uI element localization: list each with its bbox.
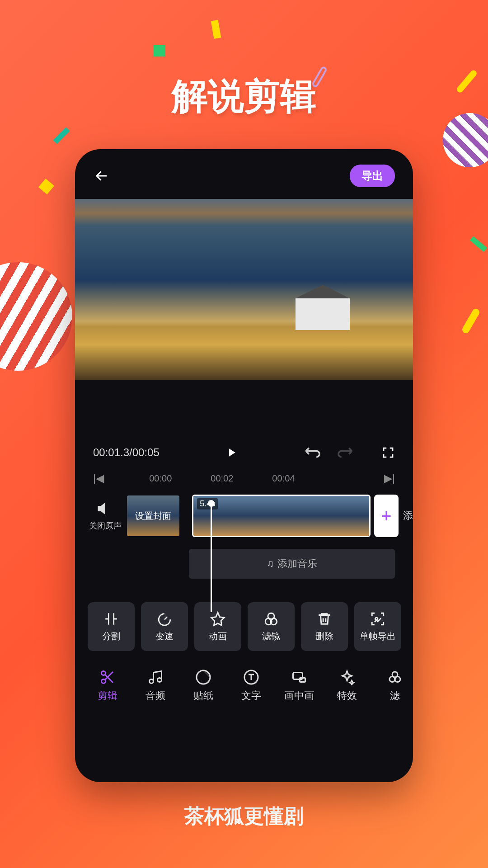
svg-point-7: [150, 679, 154, 684]
music-icon: [147, 669, 164, 685]
tool-filter[interactable]: 滤镜: [248, 602, 295, 651]
time-ruler[interactable]: |◀ 00:00 00:02 00:04 ▶|: [75, 467, 413, 489]
go-to-end-button[interactable]: ▶|: [384, 472, 395, 485]
filter-icon: [387, 669, 403, 685]
svg-point-8: [158, 678, 162, 682]
fullscreen-button[interactable]: [381, 446, 395, 459]
sparkle-icon: [339, 669, 355, 685]
editor-app-frame: 导出 00:01.3/00:05 |◀ 00:00 00: [75, 149, 413, 782]
ruler-tick: 00:02: [211, 473, 233, 484]
mute-original-button[interactable]: 关闭原声: [86, 500, 124, 531]
nav-audio[interactable]: 音频: [133, 669, 178, 703]
svg-point-14: [389, 677, 395, 682]
banner-title: 解说剪辑: [0, 72, 488, 121]
add-music-button[interactable]: ♫ 添加音乐: [189, 549, 395, 579]
undo-button[interactable]: [304, 446, 322, 459]
star-icon: [210, 611, 225, 627]
ruler-tick: 00:04: [272, 473, 295, 484]
tool-animation[interactable]: 动画: [194, 602, 241, 651]
banner-footer: 茶杯狐更懂剧: [0, 803, 488, 830]
tool-frame-export[interactable]: 单帧导出: [354, 602, 401, 651]
ruler-tick: 00:00: [149, 473, 172, 484]
playback-controls: 00:01.3/00:05: [75, 380, 413, 467]
speaker-icon: [97, 500, 113, 517]
text-icon: [243, 669, 259, 685]
nav-sticker[interactable]: 贴纸: [181, 669, 226, 703]
play-button[interactable]: [225, 446, 238, 459]
playhead[interactable]: [211, 504, 212, 612]
pip-icon: [291, 669, 307, 685]
svg-point-6: [102, 679, 106, 684]
svg-point-5: [102, 671, 106, 675]
video-clip[interactable]: 5.4s: [192, 495, 371, 537]
timeline[interactable]: |◀ 00:00 00:02 00:04 ▶| 关闭原声 设置封面 5.4s: [75, 467, 413, 579]
trash-icon: [317, 611, 332, 627]
gauge-icon: [157, 611, 172, 627]
tool-delete[interactable]: 删除: [301, 602, 348, 651]
tool-speed[interactable]: 变速: [141, 602, 188, 651]
redo-button[interactable]: [336, 446, 354, 459]
nav-text[interactable]: 文字: [229, 669, 274, 703]
go-to-start-button[interactable]: |◀: [93, 472, 104, 485]
add-clip-button[interactable]: +: [374, 495, 399, 537]
split-icon: [103, 611, 119, 627]
svg-point-15: [395, 677, 400, 682]
export-button[interactable]: 导出: [350, 165, 395, 187]
nav-fx[interactable]: 特效: [324, 669, 370, 703]
sticker-icon: [195, 669, 211, 685]
add-clip-label: 添: [403, 509, 413, 523]
bottom-nav: 剪辑 音频 贴纸 文字 画中画 特效 滤: [75, 661, 413, 711]
tool-split[interactable]: 分割: [88, 602, 135, 651]
edit-tools-row: 分割 变速 动画 滤镜 删除 单帧导出: [75, 585, 413, 661]
back-button[interactable]: [93, 167, 110, 184]
nav-more[interactable]: 滤: [372, 669, 413, 703]
timecode: 00:01.3/00:05: [93, 446, 160, 459]
frame-export-icon: [370, 611, 385, 627]
video-preview[interactable]: [75, 199, 413, 380]
nav-edit[interactable]: 剪辑: [85, 669, 130, 703]
set-cover-button[interactable]: 设置封面: [127, 495, 179, 536]
scissors-icon: [99, 669, 116, 685]
topbar: 导出: [75, 149, 413, 199]
filter-circles-icon: [263, 611, 279, 627]
nav-pip[interactable]: 画中画: [277, 669, 322, 703]
music-note-icon: ♫: [267, 558, 274, 570]
